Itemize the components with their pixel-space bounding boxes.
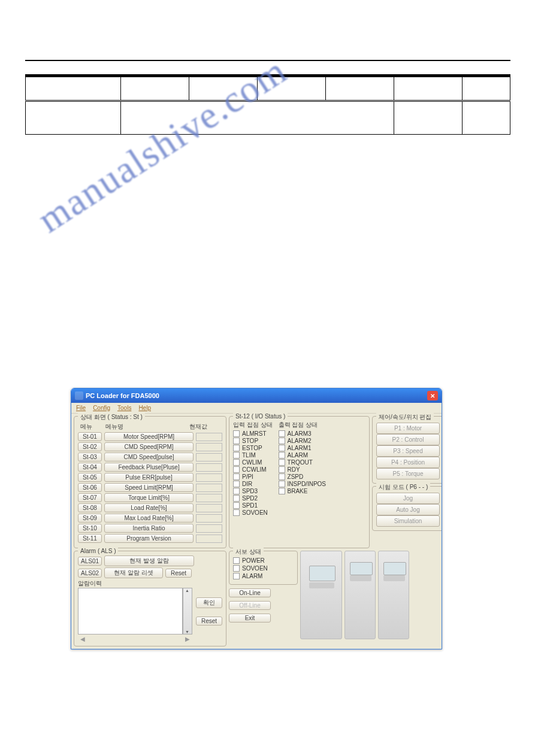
checkbox[interactable] bbox=[233, 488, 240, 494]
menu-file[interactable]: File bbox=[76, 405, 86, 411]
io-row: SPD2 bbox=[233, 495, 273, 502]
titlebar: PC Loader for FDA5000 ✕ bbox=[71, 388, 442, 403]
als01-button[interactable]: ALS01 bbox=[78, 557, 102, 566]
io-label: ALARM1 bbox=[288, 445, 312, 451]
offline-button[interactable]: Off-Line bbox=[229, 601, 271, 610]
menubar[interactable]: File Config Tools Help bbox=[71, 403, 442, 414]
checkbox[interactable] bbox=[233, 565, 240, 572]
checkbox[interactable] bbox=[279, 488, 285, 494]
status-name-button[interactable]: Speed Limit[RPM] bbox=[104, 483, 194, 492]
status-name-button[interactable]: Feedback Pluse[Pluse] bbox=[104, 463, 194, 472]
checkbox[interactable] bbox=[233, 438, 240, 444]
io-row: SPD3 bbox=[233, 488, 273, 494]
als02-button[interactable]: ALS02 bbox=[78, 569, 102, 578]
status-value bbox=[196, 453, 222, 462]
menu-config[interactable]: Config bbox=[93, 405, 110, 411]
io-row: CCWLIM bbox=[233, 466, 273, 473]
io-label: TRQOUT bbox=[288, 459, 313, 466]
checkbox[interactable] bbox=[279, 445, 285, 451]
status-code-button[interactable]: St-09 bbox=[78, 514, 102, 523]
checkbox[interactable] bbox=[279, 452, 285, 459]
checkbox[interactable] bbox=[279, 438, 285, 444]
io-row: SPD1 bbox=[233, 502, 273, 509]
io-label: ALMRST bbox=[242, 430, 267, 437]
control-group: 제어/속도/위치 편집 P1 : MotorP2 : ControlP3 : S… bbox=[372, 416, 442, 484]
control-button[interactable]: P3 : Speed bbox=[376, 445, 440, 457]
test-button[interactable]: Simulation bbox=[376, 515, 440, 527]
checkbox[interactable] bbox=[279, 466, 285, 473]
checkbox[interactable] bbox=[233, 466, 240, 473]
io-label: INSPD/INPOS bbox=[288, 481, 326, 487]
checkbox[interactable] bbox=[233, 459, 240, 466]
io-label: BRAKE bbox=[288, 488, 308, 494]
app-icon bbox=[75, 391, 83, 400]
control-button[interactable]: P4 : Position bbox=[376, 457, 440, 468]
test-button[interactable]: Jog bbox=[376, 493, 440, 504]
servo-item: POWER bbox=[233, 557, 294, 564]
checkbox[interactable] bbox=[279, 481, 285, 487]
als01-name[interactable]: 현재 발생 알람 bbox=[104, 555, 194, 566]
menu-tools[interactable]: Tools bbox=[117, 405, 131, 411]
checkbox[interactable] bbox=[279, 473, 285, 480]
menu-help[interactable]: Help bbox=[138, 405, 151, 411]
confirm-button[interactable]: 확인 bbox=[196, 597, 222, 608]
test-button[interactable]: Auto Jog bbox=[376, 504, 440, 515]
status-row: St-08 Load Rate[%] bbox=[78, 503, 222, 512]
scrollbar[interactable] bbox=[183, 588, 192, 634]
status-code-button[interactable]: St-07 bbox=[78, 493, 102, 502]
checkbox[interactable] bbox=[233, 445, 240, 451]
status-code-button[interactable]: St-06 bbox=[78, 483, 102, 492]
status-name-button[interactable]: Motor Speed[RPM] bbox=[104, 432, 194, 441]
servo-status-group: 서보 상태 POWER SOVOEN ALARM bbox=[229, 551, 298, 585]
alarm-group: Alarm ( ALS ) ALS01 현재 발생 알람 ALS02 현재 알람… bbox=[74, 551, 226, 646]
status-name-button[interactable]: Program Version bbox=[104, 534, 194, 543]
status-code-button[interactable]: St-05 bbox=[78, 473, 102, 482]
alarm-history-box[interactable] bbox=[78, 588, 183, 634]
control-button[interactable]: P1 : Motor bbox=[376, 423, 440, 434]
io-label: P/PI bbox=[242, 473, 253, 480]
status-name-button[interactable]: Max Load Rate[%] bbox=[104, 514, 194, 523]
checkbox[interactable] bbox=[233, 573, 240, 579]
status-name-button[interactable]: Torque Limit[%] bbox=[104, 493, 194, 502]
status-row: St-04 Feedback Pluse[Pluse] bbox=[78, 463, 222, 472]
status-name-button[interactable]: CMD Speed[pulse] bbox=[104, 453, 194, 462]
io-row: STOP bbox=[233, 438, 273, 444]
io-label: ALARM3 bbox=[288, 430, 312, 437]
online-button[interactable]: On-Line bbox=[229, 588, 271, 597]
checkbox[interactable] bbox=[279, 459, 285, 466]
status-row: St-09 Max Load Rate[%] bbox=[78, 514, 222, 523]
status-code-button[interactable]: St-08 bbox=[78, 503, 102, 512]
io-row: ALARM3 bbox=[279, 430, 326, 437]
close-icon[interactable]: ✕ bbox=[427, 391, 438, 400]
control-button[interactable]: P5 : Torque bbox=[376, 468, 440, 479]
checkbox[interactable] bbox=[233, 430, 240, 437]
alarm-history-label: 알람이력 bbox=[78, 579, 222, 588]
checkbox[interactable] bbox=[233, 495, 240, 502]
io-row: CWLIM bbox=[233, 459, 273, 466]
io-label: CWLIM bbox=[242, 459, 262, 466]
status-code-button[interactable]: St-10 bbox=[78, 524, 102, 533]
exit-button[interactable]: Exit bbox=[229, 614, 271, 623]
als-reset-button[interactable]: Reset bbox=[165, 569, 192, 578]
io-label: ZSPD bbox=[288, 473, 304, 480]
checkbox[interactable] bbox=[233, 452, 240, 459]
status-name-button[interactable]: Pulse ERR[pulse] bbox=[104, 473, 194, 482]
checkbox[interactable] bbox=[233, 509, 240, 516]
status-name-button[interactable]: CMD Speed[RPM] bbox=[104, 442, 194, 451]
checkbox[interactable] bbox=[233, 557, 240, 564]
status-name-button[interactable]: Inertia Ratio bbox=[104, 524, 194, 533]
checkbox[interactable] bbox=[233, 502, 240, 509]
status-code-button[interactable]: St-02 bbox=[78, 442, 102, 451]
status-name-button[interactable]: Load Rate[%] bbox=[104, 503, 194, 512]
status-group: 상태 화면 ( Status : St ) 메뉴 메뉴명 현재값 St-01 M… bbox=[74, 416, 226, 548]
checkbox[interactable] bbox=[279, 430, 285, 437]
history-reset-button[interactable]: Reset bbox=[196, 617, 222, 626]
status-code-button[interactable]: St-11 bbox=[78, 534, 102, 543]
status-code-button[interactable]: St-03 bbox=[78, 453, 102, 462]
status-code-button[interactable]: St-01 bbox=[78, 432, 102, 441]
checkbox[interactable] bbox=[233, 481, 240, 487]
control-button[interactable]: P2 : Control bbox=[376, 434, 440, 445]
status-code-button[interactable]: St-04 bbox=[78, 463, 102, 472]
als02-name[interactable]: 현재 알람 리셋 bbox=[104, 567, 163, 578]
checkbox[interactable] bbox=[233, 473, 240, 480]
